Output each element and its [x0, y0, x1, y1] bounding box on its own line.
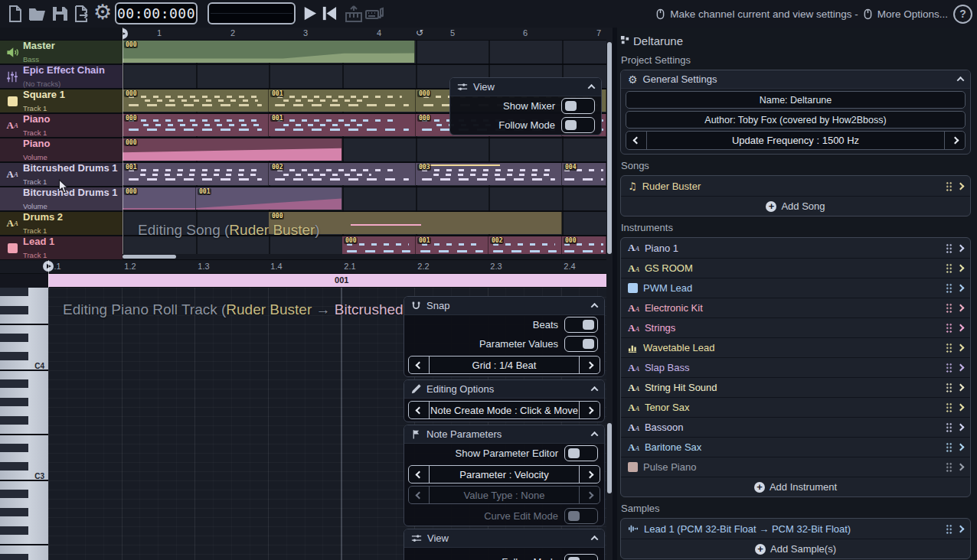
next-option-button[interactable]	[579, 357, 600, 373]
add-song-button[interactable]: Add Song	[621, 196, 970, 216]
instrument-item[interactable]: Wavetable Lead	[621, 337, 970, 357]
note-parameters-header[interactable]: Note Parameters	[404, 425, 604, 444]
collapse-icon[interactable]	[591, 431, 599, 439]
follow-mode-toggle[interactable]	[561, 117, 595, 133]
view-popup-header[interactable]: View	[450, 78, 601, 96]
open-file-button[interactable]	[28, 5, 47, 23]
typing-keyboard-button[interactable]	[365, 5, 384, 23]
instrument-item[interactable]: AAStrings	[621, 317, 970, 337]
open-chevron[interactable]	[957, 404, 965, 412]
open-chevron[interactable]	[957, 344, 965, 352]
save-button[interactable]	[51, 5, 69, 23]
piano-roll-pattern-strip[interactable]: 001	[48, 274, 613, 288]
grid-snap-value[interactable]: Grid : 1/4 Beat	[430, 357, 579, 373]
scrollbar-thumb[interactable]	[607, 423, 612, 493]
pattern-block[interactable]: 000	[123, 90, 269, 112]
export-button[interactable]	[72, 5, 90, 23]
drag-handle[interactable]	[946, 343, 952, 353]
pattern-block[interactable]: 003	[416, 163, 562, 185]
collapse-icon[interactable]	[957, 77, 965, 84]
previous-option-button[interactable]	[409, 487, 430, 503]
instrument-item[interactable]: AAElectronic Kit	[621, 298, 970, 317]
song-vscrollbar[interactable]	[606, 29, 613, 260]
editing-options-header[interactable]: Editing Options	[404, 380, 604, 399]
show-mixer-toggle[interactable]	[561, 98, 595, 114]
instrument-item[interactable]: AATenor Sax	[621, 397, 970, 417]
general-settings-header[interactable]: ⚙ General Settings	[621, 70, 970, 89]
pattern-block[interactable]: 004	[562, 163, 606, 185]
snap-beats-toggle[interactable]	[564, 317, 598, 333]
next-option-button[interactable]	[579, 487, 600, 503]
drag-handle[interactable]	[946, 462, 952, 472]
collapse-icon[interactable]	[588, 84, 596, 92]
song-hscrollbar[interactable]	[123, 254, 606, 259]
open-chevron[interactable]	[957, 182, 965, 190]
play-button[interactable]	[300, 5, 318, 22]
open-chevron[interactable]	[957, 244, 965, 252]
collapse-icon[interactable]	[591, 536, 599, 543]
drag-handle[interactable]	[946, 383, 952, 392]
midi-import-button[interactable]	[345, 5, 363, 23]
previous-option-button[interactable]	[409, 357, 430, 373]
instrument-item[interactable]: AABaritone Sax	[621, 437, 970, 457]
drag-handle[interactable]	[946, 243, 952, 253]
open-chevron[interactable]	[957, 285, 965, 292]
pattern-block[interactable]: 001	[123, 163, 269, 185]
drag-handle[interactable]	[946, 323, 952, 333]
instrument-item[interactable]: AASlap Bass	[621, 357, 970, 377]
settings-button[interactable]: ⚙	[93, 2, 112, 22]
drag-handle[interactable]	[946, 363, 952, 373]
previous-option-button[interactable]	[409, 402, 430, 418]
scrollbar-thumb[interactable]	[607, 42, 612, 254]
note-create-mode-value[interactable]: Note Create Mode : Click & Move	[430, 402, 579, 418]
collapse-icon[interactable]	[591, 386, 599, 394]
track-header-epic-effect-chain[interactable]: Epic Effect Chain(No Tracks)	[0, 65, 123, 90]
loop-point-icon[interactable]: ↺	[416, 28, 423, 38]
project-author-button[interactable]: Author: Toby Fox (covered by How2Bboss)	[626, 111, 966, 129]
show-parameter-editor-toggle[interactable]	[564, 445, 598, 461]
drag-handle[interactable]	[946, 442, 952, 452]
track-header-lead-1[interactable]: Lead 1Track 1	[0, 236, 123, 260]
drag-handle[interactable]	[946, 524, 952, 534]
piano-roll-timeline[interactable]: .1 1.2 1.3 1.4 2.1 2.2 2.3 2.4	[0, 260, 613, 274]
update-frequency-value[interactable]: Update Frequency : 1500 Hz	[647, 132, 944, 149]
song-item-ruder-buster[interactable]: ♫ Ruder Buster	[621, 176, 970, 196]
previous-option-button[interactable]	[626, 132, 647, 149]
follow-mode-toggle[interactable]	[564, 554, 598, 560]
pattern-block[interactable]: 001	[269, 114, 416, 136]
open-chevron[interactable]	[957, 525, 965, 532]
track-header-drums-2[interactable]: AA Drums 2Track 1	[0, 212, 123, 236]
pattern-block[interactable]: 001	[196, 187, 342, 210]
help-button[interactable]: ?	[953, 5, 972, 24]
next-option-button[interactable]	[944, 132, 965, 149]
open-chevron[interactable]	[957, 464, 965, 471]
instrument-item[interactable]: AAGS ROOM	[621, 258, 970, 278]
add-instrument-button[interactable]: Add Instrument	[621, 477, 970, 497]
drag-handle[interactable]	[946, 402, 952, 412]
next-option-button[interactable]	[579, 402, 600, 418]
drag-handle[interactable]	[946, 422, 952, 432]
snap-parameter-values-toggle[interactable]	[564, 336, 598, 352]
drag-handle[interactable]	[946, 263, 952, 273]
view-header[interactable]: View	[404, 529, 604, 548]
add-sample-button[interactable]: Add Sample(s)	[621, 539, 970, 558]
open-chevron[interactable]	[957, 384, 965, 392]
scrollbar-thumb[interactable]	[123, 255, 176, 259]
pattern-block[interactable]: 000	[123, 187, 196, 210]
new-file-button[interactable]	[6, 5, 25, 23]
instrument-item[interactable]: AAPiano 1	[621, 238, 970, 258]
project-name-button[interactable]: Name: Deltarune	[626, 91, 966, 109]
pattern-block[interactable]: 000	[123, 114, 269, 136]
collapse-icon[interactable]	[591, 303, 599, 311]
drag-handle[interactable]	[946, 303, 952, 313]
pattern-block[interactable]: 000	[123, 41, 415, 63]
instrument-item[interactable]: AAString Hit Sound	[621, 377, 970, 397]
previous-option-button[interactable]	[409, 466, 430, 483]
curve-edit-mode-toggle[interactable]	[564, 508, 598, 524]
sample-item[interactable]: Lead 1 (PCM 32-Bit Float → PCM 32-Bit Fl…	[621, 519, 970, 539]
piano-roll-vscrollbar[interactable]	[606, 260, 613, 560]
open-chevron[interactable]	[957, 265, 965, 272]
track-header-piano-track[interactable]: AA PianoTrack 1	[0, 114, 123, 138]
open-chevron[interactable]	[957, 444, 965, 451]
parameter-value[interactable]: Parameter : Velocity	[430, 466, 579, 483]
